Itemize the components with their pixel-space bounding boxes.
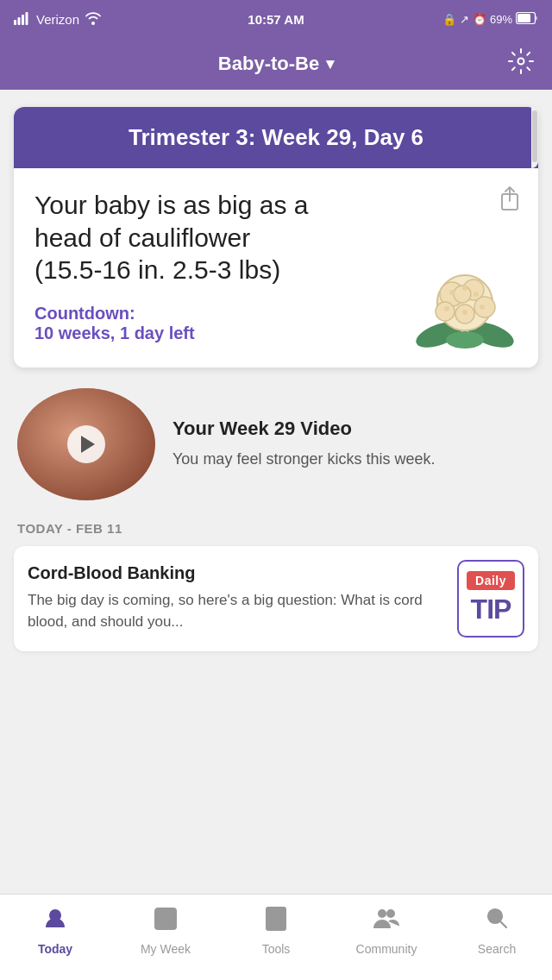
status-bar: Verizon 10:57 AM 🔒 ↗ ⏰ 69% [0,0,552,38]
bottom-navigation: Today 29 My Week Tools [0,894,552,980]
svg-point-10 [446,331,484,349]
trimester-card: Trimester 3: Week 29, Day 6 Your baby is… [14,107,538,368]
trimester-body: Your baby is as big as a head of caulifl… [14,168,538,368]
svg-point-23 [444,306,449,311]
today-nav-label: Today [38,942,72,956]
video-title: Your Week 29 Video [172,418,435,440]
my-week-nav-icon: 29 [153,905,179,937]
tools-nav-icon [263,905,289,937]
svg-point-16 [436,302,455,321]
video-section: Your Week 29 Video You may feel stronger… [14,388,538,500]
tip-description: The big day is coming, so here's a big q… [28,590,430,632]
tip-text-area: Cord-Blood Banking The big day is coming… [14,546,443,650]
svg-point-6 [518,58,524,64]
nav-community[interactable]: Community [339,905,434,956]
location-icon: ↗ [460,13,469,26]
search-nav-icon [484,905,510,937]
search-nav-label: Search [478,942,516,956]
trimester-heading: Trimester 3: Week 29, Day 6 [129,124,423,151]
scroll-indicator [531,107,538,168]
svg-rect-27 [267,908,285,930]
my-week-nav-label: My Week [141,942,191,956]
svg-rect-5 [518,14,530,22]
today-nav-icon [42,905,68,937]
svg-text:29: 29 [160,917,171,927]
daily-tip-badge: Daily TIP [457,560,524,638]
svg-point-21 [480,305,485,310]
wifi-icon [85,11,102,28]
settings-button[interactable] [507,47,535,81]
today-label: TODAY - FEB 11 [14,521,538,536]
carrier-label: Verizon [36,12,79,27]
tip-badge-area: Daily TIP [443,546,538,651]
share-button[interactable] [499,185,521,217]
svg-point-29 [386,909,395,918]
app-title: Baby-to-Be [218,53,319,75]
video-thumbnail[interactable] [17,388,155,500]
battery-icon [516,12,538,27]
svg-point-28 [378,909,386,918]
cauliflower-illustration [409,264,521,350]
dropdown-chevron-icon[interactable]: ▾ [326,54,334,73]
status-right: 🔒 ↗ ⏰ 69% [442,12,538,27]
video-description: You may feel stronger kicks this week. [172,449,435,470]
svg-rect-1 [18,17,21,25]
svg-point-20 [474,292,479,297]
nav-tools[interactable]: Tools [229,905,323,956]
play-icon [81,436,95,453]
nav-today[interactable]: Today [8,905,103,956]
video-info: Your Week 29 Video You may feel stronger… [172,418,435,470]
status-time: 10:57 AM [248,12,304,27]
svg-point-19 [462,286,467,291]
nav-my-week[interactable]: 29 My Week [118,905,213,956]
battery-label: 69% [490,13,512,26]
lock-icon: 🔒 [442,13,456,26]
status-left: Verizon [14,11,102,28]
tip-badge-top-label: Daily [467,571,515,590]
community-nav-icon [372,905,401,937]
nav-search[interactable]: Search [449,905,544,956]
trimester-header: Trimester 3: Week 29, Day 6 [14,107,538,168]
signal-icon [14,11,31,28]
tools-nav-label: Tools [262,942,291,956]
community-nav-label: Community [356,942,417,956]
svg-rect-2 [22,15,24,25]
play-button[interactable] [67,425,105,463]
app-header: Baby-to-Be ▾ [0,38,552,90]
svg-rect-3 [26,12,28,25]
alarm-icon: ⏰ [473,13,486,26]
svg-rect-0 [14,20,16,25]
header-title-group[interactable]: Baby-to-Be ▾ [218,53,334,75]
svg-point-22 [462,310,467,315]
tip-card[interactable]: Cord-Blood Banking The big day is coming… [14,546,538,651]
tip-title: Cord-Blood Banking [28,563,430,583]
main-content: Trimester 3: Week 29, Day 6 Your baby is… [0,90,552,755]
baby-size-text: Your baby is as big as a head of caulifl… [34,189,310,286]
tip-badge-bottom-label: TIP [471,594,511,625]
svg-point-18 [449,290,455,295]
